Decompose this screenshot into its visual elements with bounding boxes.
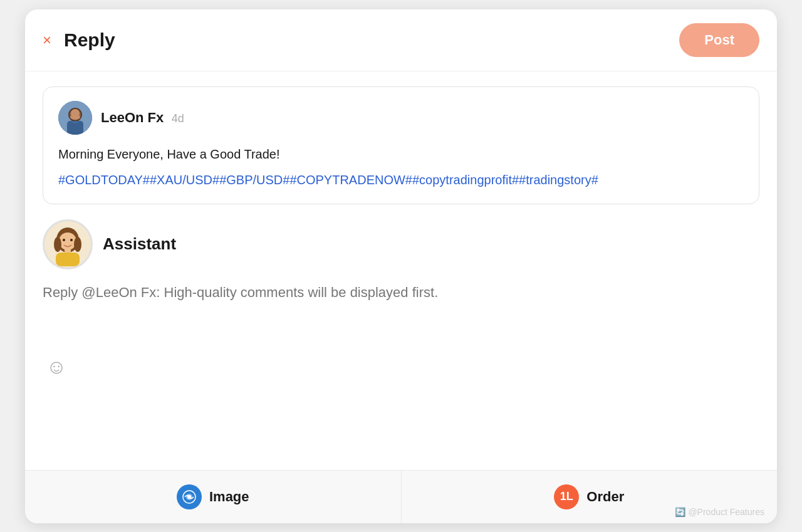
author-avatar (58, 101, 92, 135)
post-author-row: LeeOn Fx 4d (58, 101, 744, 135)
modal-body: LeeOn Fx 4d Morning Everyone, Have a Goo… (25, 71, 777, 470)
modal-title: Reply (64, 29, 115, 51)
author-name: LeeOn Fx (101, 110, 164, 125)
post-text: Morning Everyone, Have a Good Trade! (58, 145, 744, 164)
post-hashtags: #GOLDTODAY##XAU/USD##GBP/USD##COPYTRADEN… (58, 170, 744, 190)
svg-point-12 (70, 239, 73, 241)
post-button[interactable]: Post (679, 23, 759, 57)
svg-point-11 (63, 239, 65, 241)
header-left: × Reply (43, 29, 115, 51)
watermark-text: @Product Features (688, 507, 764, 517)
svg-point-10 (74, 237, 81, 252)
close-button[interactable]: × (43, 33, 51, 48)
svg-point-8 (59, 232, 76, 250)
footer-toolbar: Image 1L Order (25, 470, 777, 523)
reply-modal: × Reply Post (25, 9, 777, 523)
reply-author-avatar (43, 219, 93, 269)
image-icon (177, 484, 202, 509)
svg-point-9 (54, 237, 61, 252)
svg-point-5 (70, 115, 80, 120)
post-author-info: LeeOn Fx 4d (101, 110, 184, 126)
reply-section: Assistant ☺ (43, 219, 759, 455)
image-label: Image (209, 489, 249, 505)
order-icon: 1L (554, 484, 579, 509)
watermark-icon: 🔄 (675, 507, 685, 517)
reply-author-row: Assistant (43, 219, 759, 269)
leeon-avatar-image (58, 101, 92, 135)
post-timestamp: 4d (172, 112, 184, 125)
emoji-button[interactable]: ☺ (43, 353, 70, 381)
watermark: 🔄 @Product Features (675, 507, 764, 517)
modal-header: × Reply Post (25, 9, 777, 71)
svg-rect-14 (56, 253, 80, 266)
order-label: Order (586, 489, 624, 505)
original-post-card: LeeOn Fx 4d Morning Everyone, Have a Goo… (43, 86, 759, 204)
assistant-avatar-image (46, 222, 90, 266)
image-button[interactable]: Image (25, 471, 402, 523)
reply-author-name: Assistant (103, 234, 176, 254)
reply-input[interactable] (43, 279, 759, 338)
